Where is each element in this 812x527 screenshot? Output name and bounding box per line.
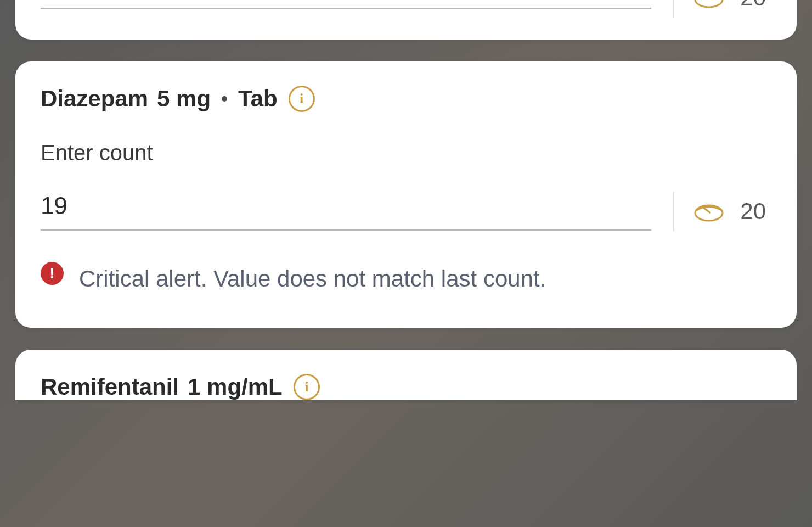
svg-point-0	[695, 0, 723, 7]
pill-icon	[694, 201, 724, 222]
expected-count-display: 20	[694, 198, 771, 225]
drug-dose: 1 mg/mL	[188, 374, 283, 400]
alert-message: ! Critical alert. Value does not match l…	[41, 257, 771, 300]
medication-header: Diazepam 5 mg Tab i	[41, 86, 771, 112]
drug-name: Remifentanil	[41, 374, 179, 400]
pill-icon	[694, 0, 724, 8]
count-input-label: Enter count	[41, 141, 771, 165]
drug-dose: 5 mg	[157, 86, 211, 112]
alert-text: Critical alert. Value does not match las…	[79, 257, 546, 300]
medication-card: Remifentanil 1 mg/mL i	[15, 350, 797, 400]
medication-header: Remifentanil 1 mg/mL i	[41, 374, 771, 400]
dot-separator-icon	[222, 96, 227, 102]
vertical-divider	[673, 192, 674, 231]
drug-form: Tab	[238, 86, 278, 112]
expected-count-value: 20	[740, 0, 766, 11]
info-icon[interactable]: i	[294, 374, 320, 400]
count-input[interactable]	[41, 192, 651, 220]
medication-card: Diazepam 5 mg Tab i Enter count 20 !	[15, 61, 797, 328]
expected-count-value: 20	[740, 198, 766, 225]
expected-count-display: 20	[694, 0, 771, 11]
vertical-divider	[673, 0, 674, 18]
drug-name: Diazepam	[41, 86, 148, 112]
info-icon[interactable]: i	[289, 86, 315, 112]
count-input-placeholder-text[interactable]: Tablets	[41, 0, 651, 9]
alert-icon: !	[41, 262, 64, 285]
medication-card: Tablets 20	[15, 0, 797, 40]
svg-point-2	[695, 205, 723, 221]
